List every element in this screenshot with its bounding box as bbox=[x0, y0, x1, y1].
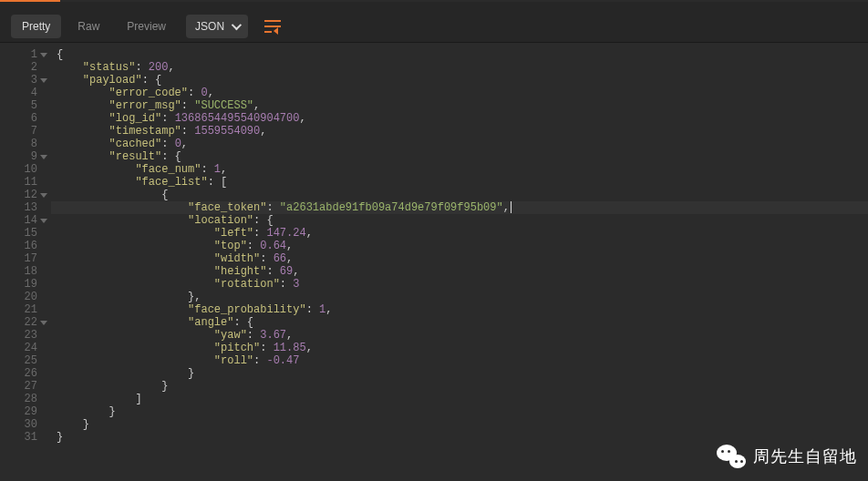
code-line[interactable]: "face_token": "a2631abde91fb09a74d9e79f0… bbox=[51, 201, 868, 214]
format-dropdown[interactable]: JSON bbox=[186, 15, 248, 38]
line-number-gutter: 1234567891011121314151617181920212223242… bbox=[0, 43, 51, 478]
tab-raw[interactable]: Raw bbox=[67, 15, 110, 38]
line-number: 6 bbox=[0, 112, 51, 125]
line-number: 1 bbox=[0, 48, 51, 61]
code-line[interactable]: { bbox=[51, 189, 868, 201]
code-viewer[interactable]: 1234567891011121314151617181920212223242… bbox=[0, 43, 868, 478]
line-number: 28 bbox=[0, 393, 51, 405]
code-line[interactable]: "top": 0.64, bbox=[51, 240, 868, 252]
wrap-lines-icon bbox=[264, 20, 281, 33]
code-line[interactable]: } bbox=[51, 405, 868, 418]
chevron-down-icon bbox=[232, 19, 242, 29]
line-number: 24 bbox=[0, 342, 51, 354]
line-number: 17 bbox=[0, 252, 51, 265]
code-line[interactable]: "log_id": 1368654495540904700, bbox=[51, 112, 868, 125]
code-line[interactable]: "rotation": 3 bbox=[51, 278, 868, 291]
line-number: 2 bbox=[0, 61, 51, 74]
fold-toggle-icon[interactable] bbox=[40, 155, 47, 159]
line-number: 7 bbox=[0, 125, 51, 138]
watermark-text: 周先生自留地 bbox=[753, 445, 857, 467]
code-line[interactable]: } bbox=[51, 367, 868, 380]
fold-toggle-icon[interactable] bbox=[40, 193, 47, 198]
code-line[interactable]: "face_probability": 1, bbox=[51, 303, 868, 316]
line-number: 10 bbox=[0, 163, 51, 176]
code-line[interactable]: "angle": { bbox=[51, 316, 868, 329]
line-number: 15 bbox=[0, 227, 51, 240]
spacer bbox=[0, 2, 868, 10]
code-line[interactable]: "face_num": 1, bbox=[51, 163, 868, 176]
tab-pretty[interactable]: Pretty bbox=[11, 15, 61, 38]
tab-preview[interactable]: Preview bbox=[116, 15, 177, 38]
line-number: 3 bbox=[0, 74, 51, 87]
fold-toggle-icon[interactable] bbox=[40, 219, 47, 223]
line-number: 5 bbox=[0, 99, 51, 112]
code-line[interactable]: "error_code": 0, bbox=[51, 87, 868, 99]
code-line[interactable]: "width": 66, bbox=[51, 252, 868, 265]
code-line[interactable]: "result": { bbox=[51, 150, 868, 163]
line-number: 20 bbox=[0, 291, 51, 303]
line-number: 19 bbox=[0, 278, 51, 291]
line-number: 18 bbox=[0, 265, 51, 278]
code-line[interactable]: } bbox=[51, 418, 868, 431]
watermark: 周先生自留地 bbox=[717, 445, 857, 468]
line-number: 14 bbox=[0, 214, 51, 227]
code-line[interactable]: "height": 69, bbox=[51, 265, 868, 278]
code-line[interactable]: }, bbox=[51, 291, 868, 303]
fold-toggle-icon[interactable] bbox=[40, 78, 47, 83]
wrap-lines-button[interactable] bbox=[257, 15, 288, 38]
code-content[interactable]: { "status": 200, "payload": { "error_cod… bbox=[51, 43, 868, 478]
code-line[interactable]: "location": { bbox=[51, 214, 868, 227]
fold-toggle-icon[interactable] bbox=[40, 321, 47, 325]
line-number: 26 bbox=[0, 367, 51, 380]
code-line[interactable]: "roll": -0.47 bbox=[51, 354, 868, 367]
line-number: 13 bbox=[0, 201, 51, 214]
format-dropdown-label: JSON bbox=[195, 20, 224, 33]
line-number: 27 bbox=[0, 380, 51, 393]
line-number: 12 bbox=[0, 189, 51, 201]
code-line[interactable]: "left": 147.24, bbox=[51, 227, 868, 240]
line-number: 22 bbox=[0, 316, 51, 329]
code-line[interactable]: "error_msg": "SUCCESS", bbox=[51, 99, 868, 112]
line-number: 25 bbox=[0, 354, 51, 367]
code-line[interactable]: ] bbox=[51, 393, 868, 405]
code-line[interactable]: "status": 200, bbox=[51, 61, 868, 74]
code-line[interactable]: "face_list": [ bbox=[51, 176, 868, 189]
line-number: 8 bbox=[0, 138, 51, 150]
code-line[interactable]: "pitch": 11.85, bbox=[51, 342, 868, 354]
text-cursor bbox=[511, 201, 512, 213]
code-line[interactable]: "cached": 0, bbox=[51, 138, 868, 150]
code-line[interactable]: "timestamp": 1559554090, bbox=[51, 125, 868, 138]
code-line[interactable]: { bbox=[51, 48, 868, 61]
code-line[interactable]: } bbox=[51, 431, 868, 444]
code-line[interactable]: } bbox=[51, 380, 868, 393]
response-toolbar: Pretty Raw Preview JSON bbox=[0, 10, 868, 43]
line-number: 30 bbox=[0, 418, 51, 431]
line-number: 9 bbox=[0, 150, 51, 163]
line-number: 21 bbox=[0, 303, 51, 316]
line-number: 31 bbox=[0, 431, 51, 444]
line-number: 23 bbox=[0, 329, 51, 342]
line-number: 16 bbox=[0, 240, 51, 252]
wechat-icon bbox=[717, 445, 746, 468]
line-number: 4 bbox=[0, 87, 51, 99]
fold-toggle-icon[interactable] bbox=[40, 53, 47, 57]
code-line[interactable]: "payload": { bbox=[51, 74, 868, 87]
line-number: 29 bbox=[0, 405, 51, 418]
code-line[interactable]: "yaw": 3.67, bbox=[51, 329, 868, 342]
line-number: 11 bbox=[0, 176, 51, 189]
